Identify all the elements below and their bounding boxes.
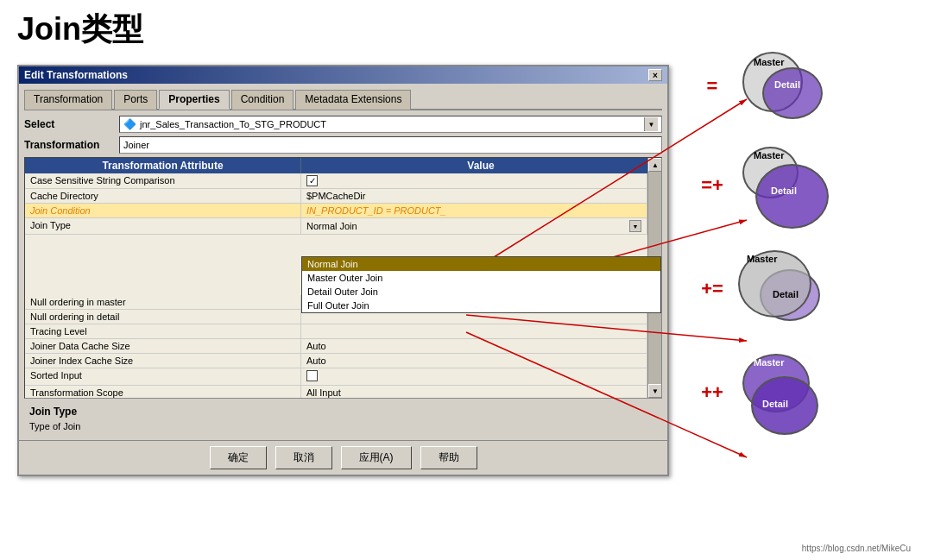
symbol-plus-equal: += — [695, 278, 729, 300]
table-row[interactable]: Transformation Scope All Input — [25, 386, 647, 399]
attr-cell: Null ordering in detail — [25, 310, 301, 324]
value-cell — [301, 324, 647, 338]
value-cell: Auto — [301, 354, 647, 368]
tab-metadata-extensions[interactable]: Metadata Extensions — [295, 90, 411, 110]
table-row[interactable]: Joiner Index Cache Size Auto — [25, 354, 647, 368]
apply-button[interactable]: 应用(A) — [341, 446, 412, 469]
transformation-label: Transformation — [24, 139, 119, 151]
master-label-3: Master — [747, 254, 777, 264]
value-cell: $PMCacheDir — [301, 189, 647, 203]
detail-label-1: Detail — [774, 79, 800, 90]
diagram-full-outer: ++ Master Detail — [695, 354, 911, 431]
edit-transformations-dialog: Edit Transformations × Transformation Po… — [17, 65, 669, 476]
table-row[interactable]: Cache Directory $PMCacheDir — [25, 189, 647, 204]
join-type-info: Join Type Type of Join — [24, 402, 662, 435]
help-button[interactable]: 帮助 — [420, 446, 477, 469]
scroll-up-button[interactable]: ▲ — [648, 158, 662, 172]
cancel-button[interactable]: 取消 — [275, 446, 332, 469]
dropdown-item-detail-outer[interactable]: Detail Outer Join — [302, 285, 660, 299]
tab-transformation[interactable]: Transformation — [24, 90, 112, 110]
tab-ports[interactable]: Ports — [114, 90, 157, 110]
close-button[interactable]: × — [648, 69, 662, 81]
transformation-value: Joiner — [119, 136, 662, 154]
symbol-plus-plus: ++ — [695, 381, 729, 404]
value-cell: Auto — [301, 339, 647, 353]
master-label-4: Master — [754, 357, 784, 368]
venn-full-outer: Master Detail — [738, 354, 842, 431]
checkbox-sorted-input[interactable] — [306, 370, 318, 381]
dialog-titlebar: Edit Transformations × — [19, 66, 667, 84]
dialog-title: Edit Transformations — [24, 69, 128, 81]
attr-cell: Tracing Level — [25, 324, 301, 338]
master-label-2: Master — [754, 150, 784, 160]
detail-circle-1 — [762, 67, 823, 119]
diagram-master-outer: =+ Master Detail — [695, 147, 911, 224]
attr-cell: Case Sensitive String Comparison — [25, 173, 301, 188]
table-row[interactable]: Joiner Data Cache Size Auto — [25, 339, 647, 354]
join-type-dropdown: Normal Join Master Outer Join Detail Out… — [301, 256, 661, 313]
attr-cell: Joiner Index Cache Size — [25, 354, 301, 368]
table-row-join-type[interactable]: Join Type Normal Join ▼ — [25, 218, 647, 235]
table-row-join-condition[interactable]: Join Condition IN_PRODUCT_ID = PRODUCT_ — [25, 204, 647, 218]
dropdown-item-normal[interactable]: Normal Join — [302, 257, 660, 271]
dialog-body: Transformation Ports Properties Conditio… — [19, 84, 667, 440]
diagram-normal-join: = Master Detail — [695, 52, 911, 121]
select-arrow-icon[interactable]: ▼ — [644, 117, 658, 131]
symbol-equal: = — [695, 75, 729, 98]
attr-cell: Null ordering in master — [25, 295, 301, 309]
tab-properties[interactable]: Properties — [159, 90, 229, 110]
join-type-value: Normal Join — [306, 221, 357, 231]
select-label: Select — [24, 118, 119, 130]
value-cell: ✓ — [301, 173, 647, 188]
join-type-description: Type of Join — [29, 421, 657, 431]
venn-detail-outer: Master Detail — [738, 250, 842, 328]
symbol-equal-plus: =+ — [695, 174, 729, 197]
table-row[interactable]: Sorted Input — [25, 368, 647, 386]
join-type-arrow[interactable]: ▼ — [629, 220, 641, 232]
checkbox-case-sensitive[interactable]: ✓ — [306, 175, 318, 186]
detail-label-2: Detail — [771, 186, 797, 196]
attr-cell: Sorted Input — [25, 368, 301, 385]
attr-cell: Joiner Data Cache Size — [25, 339, 301, 353]
attr-cell: Join Condition — [25, 204, 301, 217]
scroll-down-button[interactable]: ▼ — [648, 384, 662, 398]
detail-label-3: Detail — [773, 289, 799, 299]
value-cell: Normal Join ▼ — [301, 218, 647, 234]
diagrams-area: = Master Detail =+ Master Detail += Mast… — [695, 52, 911, 431]
col1-header: Transformation Attribute — [25, 158, 301, 173]
value-cell: IN_PRODUCT_ID = PRODUCT_ — [301, 204, 647, 217]
venn-master-outer: Master Detail — [738, 147, 842, 224]
page-title: Join类型 — [0, 0, 928, 60]
attr-cell: Cache Directory — [25, 189, 301, 203]
table-row[interactable]: Case Sensitive String Comparison ✓ — [25, 173, 647, 189]
dropdown-item-full-outer[interactable]: Full Outer Join — [302, 299, 660, 312]
venn-normal: Master Detail — [738, 52, 842, 121]
table-row[interactable]: Tracing Level — [25, 324, 647, 339]
dropdown-item-master-outer[interactable]: Master Outer Join — [302, 271, 660, 285]
table-header: Transformation Attribute Value — [25, 158, 661, 173]
master-label-1: Master — [754, 57, 784, 67]
transformation-row: Transformation Joiner — [24, 136, 662, 154]
select-row: Select 🔷 jnr_Sales_Transaction_To_STG_PR… — [24, 116, 662, 133]
ok-button[interactable]: 确定 — [210, 446, 267, 469]
join-type-title: Join Type — [29, 406, 657, 418]
attr-cell: Transformation Scope — [25, 386, 301, 399]
select-value: jnr_Sales_Transaction_To_STG_PRODUCT — [140, 119, 644, 129]
diagram-detail-outer: += Master Detail — [695, 250, 911, 328]
value-cell — [301, 368, 647, 385]
col2-header: Value — [301, 158, 661, 173]
watermark: https://blog.csdn.net/MikeCu — [802, 544, 911, 553]
table-body: Case Sensitive String Comparison ✓ Cache… — [25, 173, 661, 399]
attributes-table: Transformation Attribute Value Case Sens… — [24, 157, 662, 399]
tab-condition[interactable]: Condition — [231, 90, 294, 110]
dialog-footer: 确定 取消 应用(A) 帮助 — [19, 440, 667, 475]
dialog-frame: Edit Transformations × Transformation Po… — [17, 65, 669, 476]
detail-label-4: Detail — [762, 399, 788, 409]
select-dropdown[interactable]: 🔷 jnr_Sales_Transaction_To_STG_PRODUCT ▼ — [119, 116, 662, 133]
select-icon: 🔷 — [123, 118, 136, 130]
value-cell: All Input — [301, 386, 647, 399]
detail-circle-2 — [755, 164, 829, 229]
tab-bar: Transformation Ports Properties Conditio… — [24, 89, 662, 110]
attr-cell: Join Type — [25, 218, 301, 234]
